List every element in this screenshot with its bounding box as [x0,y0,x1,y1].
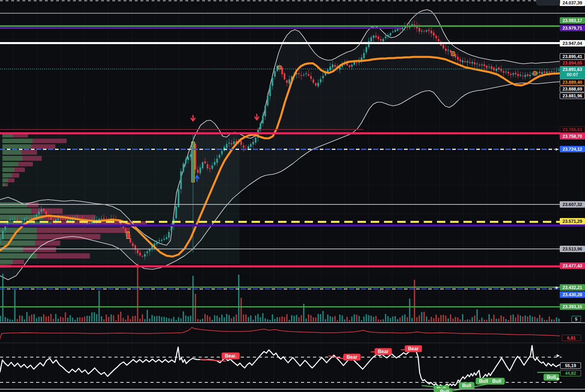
candle-body [370,37,372,41]
candle-body [474,62,475,64]
volume-bar [532,317,533,322]
volume-bar [404,314,406,322]
volume-bar [522,317,524,322]
volume-bar [284,317,285,322]
candle-body [286,80,288,83]
candle-body [515,73,516,75]
candle-body [334,65,336,67]
candle-body [467,61,468,63]
candle-body [204,162,206,164]
volume-bar [525,315,526,322]
volume-bar [445,315,447,322]
candle-body [161,240,162,240]
volume-bar [82,317,83,322]
candle-body [329,67,331,70]
volume-bar [65,312,66,322]
volume-bar [467,319,468,322]
candle-body [274,71,276,77]
candle-body [139,253,141,255]
volume-bar [22,316,23,322]
volume-bar [94,312,95,322]
volume-bar [209,317,211,322]
candle-body [190,154,191,157]
volume-bar [472,317,473,322]
volume-bar [70,315,71,322]
candle-body [178,190,179,207]
candle-body [397,28,398,31]
candle-body [233,141,235,144]
candle-body [260,123,261,130]
volume-bar [34,314,35,322]
volume-bar [455,317,456,322]
volume-bar [144,319,146,322]
volume-bar [559,319,560,322]
volume-bar [486,320,488,322]
volume-bar [371,315,372,322]
candle-body [264,106,266,116]
volume-bar [265,318,266,322]
candle-body [202,162,203,168]
volume-profile-buy-bar [2,139,32,143]
candle-body [423,31,425,32]
candle-body [539,72,540,73]
candle-body [469,62,471,63]
volume-profile-buy-bar [2,156,22,161]
candle-body [548,72,550,73]
candle-body [541,72,543,74]
volume-bar [520,315,521,322]
candle-body [356,63,358,63]
volume-bar [248,317,249,322]
volume-bar [530,315,531,322]
volume-bar [169,318,170,322]
candle-body [479,65,480,65]
volume-bar [556,317,557,322]
volume-bar [421,312,422,322]
candle-body [216,159,218,163]
volume-bar [224,317,225,322]
volume-bar [549,317,550,322]
volume-profile-sell-bar [37,228,130,233]
candle-body [192,143,194,181]
candle-body [363,53,365,58]
candle-body [313,79,314,83]
candle-body [510,74,512,75]
volume-bar [438,318,439,322]
candle-body [373,36,374,38]
candle-body [62,219,64,220]
candle-body [366,47,367,53]
volume-bar [217,315,218,322]
volume-bar [282,316,283,322]
volume-bar [190,315,191,322]
volume-bar [253,320,254,322]
grid-hline [0,40,560,40]
candle-body [402,28,403,29]
volume-profile-buy-bar [2,168,14,172]
candle-body [137,250,138,253]
volume-bar [491,319,492,322]
candle-body [351,65,353,67]
candle-body [382,39,384,42]
volume-bar [39,317,40,322]
volume-profile-sell-bar [7,265,11,268]
candle-body [512,73,514,75]
volume-bar [359,316,360,322]
volume-bar [306,319,307,322]
candle-body [7,221,8,224]
grid-vline [510,0,511,389]
volume-bar [262,313,264,322]
volume-bar [195,294,196,322]
chart-canvas[interactable] [0,0,585,392]
candle-body [546,72,548,73]
volume-bar [481,317,483,322]
volume-bar [339,315,341,322]
candle-body [276,66,278,71]
candle-body [65,219,66,220]
candle-body [16,220,18,220]
candle-body [353,62,355,65]
volume-bar [378,319,379,322]
volume-bar [55,314,57,322]
candle-body [392,32,394,32]
volume-bar [185,315,187,322]
candle-body [279,67,280,68]
candle-body [84,222,85,223]
